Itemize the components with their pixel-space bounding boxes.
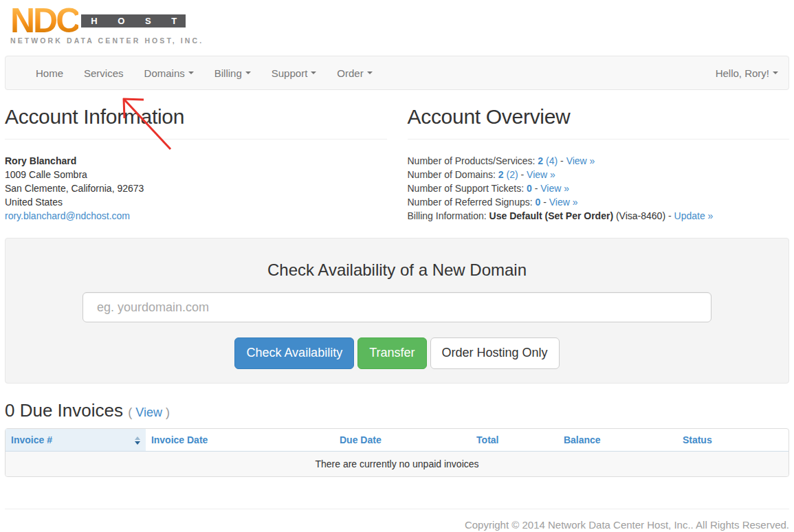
- column-header-status[interactable]: Status: [606, 429, 789, 452]
- invoices-table: Invoice # Invoice Date Due Date Total Ba…: [5, 428, 789, 477]
- column-header-invoice-number[interactable]: Invoice #: [5, 429, 146, 452]
- stat-domains: Number of Domains: 2 (2) - View »: [408, 168, 790, 181]
- sort-up-icon: [135, 436, 140, 440]
- account-email-link[interactable]: rory.blanchard@ndchost.com: [5, 210, 130, 221]
- divider: [408, 139, 790, 140]
- logo-ndc-text: NDC: [10, 7, 78, 34]
- caret-down-icon: [773, 71, 778, 74]
- address-country: United States: [5, 195, 387, 209]
- caret-down-icon: [367, 71, 373, 74]
- stat-label: Number of Domains:: [408, 169, 496, 180]
- user-menu[interactable]: Hello, Rory!: [716, 56, 778, 89]
- caret-down-icon: [311, 71, 316, 74]
- account-information-title: Account Information: [5, 105, 387, 129]
- account-information-section: Account Information Rory Blanchard 1009 …: [5, 90, 387, 223]
- account-overview-section: Account Overview Number of Products/Serv…: [408, 90, 790, 223]
- nav-item-label: Domains: [144, 67, 185, 79]
- stat-label: Billing Information:: [408, 210, 487, 221]
- due-invoices-view: ( View ): [128, 406, 170, 419]
- separator: -: [535, 183, 538, 194]
- nav-item-label: Services: [84, 67, 124, 79]
- nav-item-label: Home: [36, 67, 63, 79]
- order-hosting-only-button[interactable]: Order Hosting Only: [430, 337, 560, 369]
- domain-check-panel: Check Availability of a New Domain Check…: [5, 238, 789, 384]
- due-invoices-title: 0 Due Invoices: [5, 400, 123, 421]
- address-line-2: San Clemente, California, 92673: [5, 181, 387, 195]
- footer-divider: [5, 509, 789, 509]
- domain-buttons-row: Check Availability Transfer Order Hostin…: [82, 337, 712, 369]
- stat-billing-information: Billing Information: Use Default (Set Pe…: [408, 209, 790, 223]
- caret-down-icon: [245, 71, 251, 74]
- nav-list: Home Services Domains Billing Support Or…: [16, 56, 383, 89]
- domain-input[interactable]: [82, 292, 712, 322]
- account-overview-stats: Number of Products/Services: 2 (4) - Vie…: [408, 154, 790, 223]
- check-availability-button[interactable]: Check Availability: [234, 337, 354, 369]
- empty-invoices-row: There are currently no unpaid invoices: [5, 452, 789, 476]
- paren: (: [128, 406, 132, 419]
- nav-item-order[interactable]: Order: [327, 56, 382, 89]
- nav-item-services[interactable]: Services: [74, 56, 134, 89]
- stat-label: Number of Support Tickets:: [408, 183, 525, 194]
- sort-down-icon: [135, 441, 140, 445]
- view-domains-link[interactable]: View »: [527, 169, 555, 180]
- empty-invoices-message: There are currently no unpaid invoices: [5, 452, 789, 476]
- column-header-invoice-date[interactable]: Invoice Date: [146, 429, 327, 452]
- stat-label: Number of Referred Signups:: [408, 197, 533, 208]
- column-header-due-date[interactable]: Due Date: [327, 429, 387, 452]
- nav-item-label: Billing: [214, 67, 242, 79]
- view-products-link[interactable]: View »: [566, 155, 595, 166]
- stat-value: 0: [535, 197, 540, 208]
- overview-columns: Account Information Rory Blanchard 1009 …: [5, 90, 789, 223]
- caret-down-icon: [188, 71, 194, 74]
- copyright-text: Copyright © 2014 Network Data Center Hos…: [5, 519, 789, 531]
- column-label: Invoice #: [11, 434, 52, 445]
- transfer-button[interactable]: Transfer: [357, 337, 426, 369]
- column-header-total[interactable]: Total: [387, 429, 505, 452]
- separator: -: [520, 169, 524, 180]
- account-holder-name: Rory Blanchard: [5, 154, 387, 168]
- stat-value: 2: [538, 155, 543, 166]
- page: NDC H O S T NETWORK DATA CENTER HOST, IN…: [0, 0, 794, 531]
- separator: -: [668, 210, 672, 221]
- due-invoices-heading: 0 Due Invoices ( View ): [5, 400, 789, 421]
- user-menu-label: Hello, Rory!: [716, 67, 769, 79]
- stat-label: Number of Products/Services:: [408, 155, 536, 166]
- view-tickets-link[interactable]: View »: [540, 183, 569, 194]
- nav-item-billing[interactable]: Billing: [204, 56, 261, 89]
- separator: -: [543, 197, 547, 208]
- stat-extra: (4): [546, 155, 558, 166]
- logo-host-badge: H O S T: [81, 14, 186, 27]
- account-overview-title: Account Overview: [408, 105, 790, 129]
- stat-value: 0: [527, 183, 532, 194]
- domain-check-title: Check Availability of a New Domain: [82, 261, 712, 280]
- nav-item-home[interactable]: Home: [25, 56, 74, 89]
- divider: [5, 139, 387, 140]
- logo-tagline: NETWORK DATA CENTER HOST, INC.: [10, 36, 789, 45]
- paren: ): [166, 406, 170, 419]
- nav-item-domains[interactable]: Domains: [134, 56, 204, 89]
- stat-products-services: Number of Products/Services: 2 (4) - Vie…: [408, 154, 790, 168]
- update-billing-link[interactable]: Update »: [674, 210, 714, 221]
- column-header-balance[interactable]: Balance: [505, 429, 606, 452]
- nav-item-label: Support: [272, 67, 308, 79]
- sort-icon: [135, 436, 140, 445]
- stat-referred-signups: Number of Referred Signups: 0 - View »: [408, 195, 790, 209]
- stat-support-tickets: Number of Support Tickets: 0 - View »: [408, 181, 790, 195]
- view-invoices-link[interactable]: View: [135, 406, 162, 419]
- nav-item-label: Order: [337, 67, 363, 79]
- address-line-1: 1009 Calle Sombra: [5, 168, 387, 181]
- site-logo[interactable]: NDC H O S T NETWORK DATA CENTER HOST, IN…: [5, 0, 789, 45]
- invoices-header-row: Invoice # Invoice Date Due Date Total Ba…: [5, 429, 789, 452]
- stat-extra: (2): [506, 169, 518, 180]
- view-signups-link[interactable]: View »: [549, 197, 578, 208]
- nav-item-support[interactable]: Support: [261, 56, 327, 89]
- main-navbar: Home Services Domains Billing Support Or…: [5, 56, 789, 90]
- stat-value: 2: [498, 169, 504, 180]
- account-address-block: Rory Blanchard 1009 Calle Sombra San Cle…: [5, 154, 387, 223]
- billing-card: (Visa-8460): [616, 210, 665, 221]
- separator: -: [560, 155, 564, 166]
- billing-default-value: Use Default (Set Per Order): [489, 210, 614, 221]
